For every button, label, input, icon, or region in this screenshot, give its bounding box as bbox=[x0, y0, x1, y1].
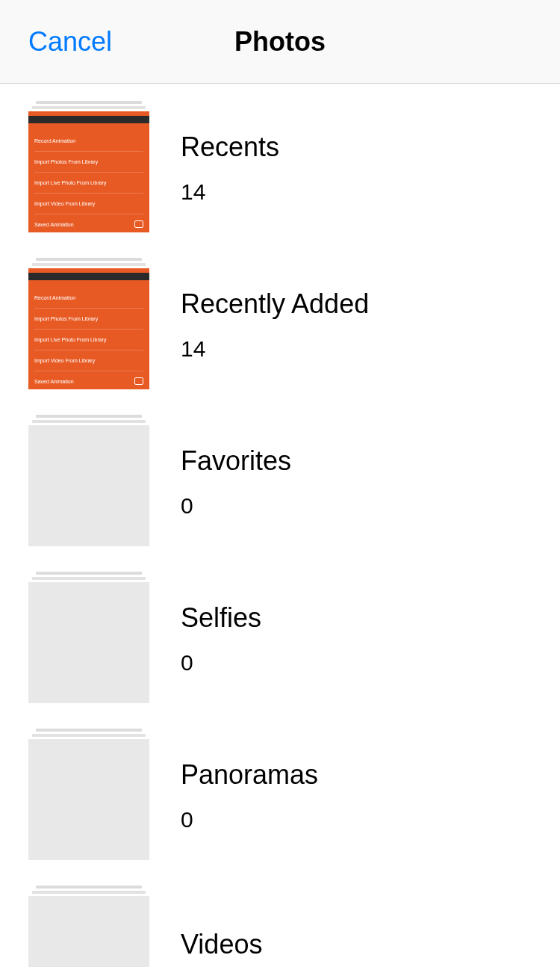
album-thumbnail bbox=[28, 415, 149, 549]
album-info: Videos bbox=[149, 929, 262, 967]
album-row-selfies[interactable]: Selfies 0 bbox=[0, 560, 560, 717]
album-info: Selfies 0 bbox=[149, 602, 261, 676]
album-row-recently-added[interactable]: Record Animation Import Photos From Libr… bbox=[0, 247, 560, 404]
stop-icon bbox=[134, 377, 143, 385]
album-info: Recently Added 14 bbox=[149, 288, 369, 362]
album-thumbnail bbox=[28, 572, 149, 706]
album-name: Recently Added bbox=[181, 288, 369, 320]
album-count: 0 bbox=[181, 493, 291, 519]
album-info: Recents 14 bbox=[149, 132, 279, 205]
album-thumbnail: Record Animation Import Photos From Libr… bbox=[28, 101, 149, 235]
album-row-recents[interactable]: Record Animation Import Photos From Libr… bbox=[0, 90, 560, 247]
album-thumbnail: Record Animation Import Photos From Libr… bbox=[28, 258, 149, 392]
album-row-panoramas[interactable]: Panoramas 0 bbox=[0, 717, 560, 874]
stop-icon bbox=[134, 220, 143, 228]
album-name: Videos bbox=[181, 929, 262, 960]
album-list: Record Animation Import Photos From Libr… bbox=[0, 84, 560, 967]
album-name: Favorites bbox=[181, 445, 291, 477]
album-row-videos[interactable]: Videos bbox=[0, 874, 560, 967]
album-info: Favorites 0 bbox=[149, 445, 291, 519]
album-row-favorites[interactable]: Favorites 0 bbox=[0, 404, 560, 560]
album-thumbnail bbox=[28, 729, 149, 863]
album-name: Selfies bbox=[181, 602, 261, 634]
album-name: Recents bbox=[181, 132, 279, 163]
cancel-button[interactable]: Cancel bbox=[28, 26, 112, 58]
album-count: 14 bbox=[181, 179, 279, 205]
album-thumbnail bbox=[28, 886, 149, 967]
album-count: 14 bbox=[181, 336, 369, 362]
album-count: 0 bbox=[181, 650, 261, 676]
album-count: 0 bbox=[181, 807, 318, 832]
album-name: Panoramas bbox=[181, 759, 318, 791]
header: Cancel Photos bbox=[0, 0, 560, 84]
album-info: Panoramas 0 bbox=[149, 759, 318, 832]
